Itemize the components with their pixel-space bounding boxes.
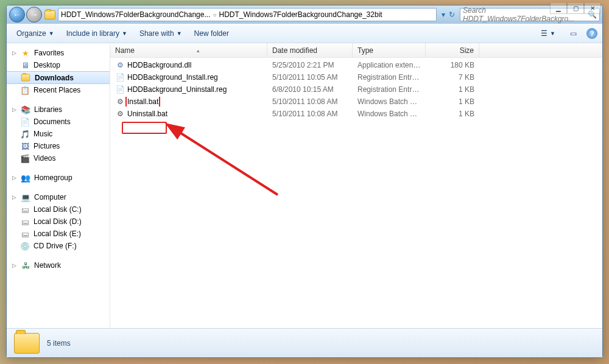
network-header[interactable]: ▷🖧Network xyxy=(7,259,110,271)
forward-button[interactable]: → xyxy=(26,7,42,23)
file-list-pane: Name▴ Date modified Type Size ⚙HDDBackgr… xyxy=(110,43,602,328)
column-headers: Name▴ Date modified Type Size xyxy=(110,43,602,58)
file-row[interactable]: 📄HDDBackground_Install.reg5/10/2011 10:0… xyxy=(110,71,602,83)
col-type[interactable]: Type xyxy=(353,43,426,57)
file-date: 5/10/2011 10:05 AM xyxy=(267,73,353,82)
file-size: 180 KB xyxy=(426,61,479,69)
dropdown-icon[interactable]: ▾ xyxy=(442,10,445,19)
file-size: 7 KB xyxy=(426,73,479,82)
sidebar-drive-d[interactable]: 🖴Local Disk (D:) xyxy=(7,215,110,228)
sidebar-drive-c[interactable]: 🖴Local Disk (C:) xyxy=(7,203,110,215)
item-count: 5 items xyxy=(47,339,71,348)
minimize-button[interactable]: ▁ xyxy=(550,3,567,14)
status-bar: 5 items xyxy=(7,328,602,357)
breadcrumb-seg1[interactable]: HDDT_Windows7FolderBackgroundChange... xyxy=(61,10,210,19)
file-type: Registration Entries xyxy=(353,73,426,82)
file-date: 5/10/2011 10:08 AM xyxy=(267,110,353,118)
col-date[interactable]: Date modified xyxy=(267,43,353,57)
close-button[interactable]: ✕ xyxy=(584,3,601,14)
sidebar-desktop[interactable]: 🖥Desktop xyxy=(7,59,110,71)
sidebar-music[interactable]: 🎵Music xyxy=(7,128,110,140)
homegroup-header[interactable]: ▷👥Homegroup xyxy=(7,172,110,184)
organize-button[interactable]: Organize▼ xyxy=(12,27,59,40)
file-bat-icon: ⚙ xyxy=(115,109,125,119)
col-name[interactable]: Name▴ xyxy=(110,43,267,57)
file-date: 6/8/2010 10:15 AM xyxy=(267,85,353,94)
file-bat-icon: ⚙ xyxy=(115,97,125,107)
folder-large-icon xyxy=(14,333,40,354)
sidebar-downloads[interactable]: Downloads xyxy=(7,71,110,84)
file-date: 5/10/2011 10:08 AM xyxy=(267,97,353,106)
toolbar: Organize▼ Include in library▼ Share with… xyxy=(7,24,602,43)
sidebar-pictures[interactable]: 🖼Pictures xyxy=(7,140,110,152)
file-name: Install.bat xyxy=(127,97,158,106)
address-controls: ▾ ↻ xyxy=(439,10,457,19)
include-library-button[interactable]: Include in library▼ xyxy=(62,27,132,40)
libraries-header[interactable]: ▷📚Libraries xyxy=(7,103,110,116)
back-button[interactable]: ← xyxy=(9,7,25,23)
file-name: HDDBackground_Install.reg xyxy=(127,73,218,82)
explorer-window: ▁ ▢ ✕ ← → HDDT_Windows7FolderBackgroundC… xyxy=(6,5,603,358)
titlebar: ← → HDDT_Windows7FolderBackgroundChange.… xyxy=(7,5,602,24)
sidebar-recent-places[interactable]: 📋Recent Places xyxy=(7,84,110,96)
file-type: Application extensi... xyxy=(353,61,426,69)
file-size: 1 KB xyxy=(426,85,479,94)
file-type: Windows Batch File xyxy=(353,110,426,118)
file-name: HDDBackground.dll xyxy=(127,61,191,69)
file-row[interactable]: ⚙HDDBackground.dll5/25/2010 2:21 PMAppli… xyxy=(110,59,602,71)
breadcrumb-sep: ○ xyxy=(213,12,216,18)
nav-buttons: ← → xyxy=(9,7,42,23)
sidebar-videos[interactable]: 🎬Videos xyxy=(7,152,110,164)
breadcrumb-seg2[interactable]: HDDT_Windows7FolderBackgroundChange_32bi… xyxy=(219,10,382,19)
folder-icon xyxy=(44,10,55,19)
file-rows: ⚙HDDBackground.dll5/25/2010 2:21 PMAppli… xyxy=(110,58,602,328)
file-row[interactable]: ⚙Install.bat5/10/2011 10:08 AMWindows Ba… xyxy=(110,96,602,108)
preview-pane-button[interactable]: ▭ xyxy=(565,27,582,40)
file-row[interactable]: 📄HDDBackground_Uninstall.reg6/8/2010 10:… xyxy=(110,83,602,96)
address-bar[interactable]: HDDT_Windows7FolderBackgroundChange... ○… xyxy=(58,8,437,21)
sidebar-cd-f[interactable]: 💿CD Drive (F:) xyxy=(7,240,110,252)
maximize-button[interactable]: ▢ xyxy=(567,3,584,14)
view-button[interactable]: ☰▼ xyxy=(536,27,560,40)
refresh-icon[interactable]: ↻ xyxy=(449,10,455,19)
col-size[interactable]: Size xyxy=(426,43,479,57)
new-folder-button[interactable]: New folder xyxy=(189,27,234,40)
favorites-header[interactable]: ▷★Favorites xyxy=(7,47,110,59)
sidebar-documents[interactable]: 📄Documents xyxy=(7,116,110,128)
help-button[interactable]: ? xyxy=(586,28,597,39)
computer-header[interactable]: ▷💻Computer xyxy=(7,191,110,203)
file-reg-icon: 📄 xyxy=(115,72,125,82)
content-area: ▷★Favorites 🖥Desktop Downloads 📋Recent P… xyxy=(7,43,602,328)
file-date: 5/25/2010 2:21 PM xyxy=(267,61,353,69)
file-size: 1 KB xyxy=(426,110,479,118)
file-row[interactable]: ⚙Uninstall.bat5/10/2011 10:08 AMWindows … xyxy=(110,108,602,120)
file-type: Registration Entries xyxy=(353,85,426,94)
file-dll-icon: ⚙ xyxy=(115,60,125,70)
file-reg-icon: 📄 xyxy=(115,85,125,94)
file-type: Windows Batch File xyxy=(353,97,426,106)
navigation-pane: ▷★Favorites 🖥Desktop Downloads 📋Recent P… xyxy=(7,43,110,328)
file-size: 1 KB xyxy=(426,97,479,106)
share-with-button[interactable]: Share with▼ xyxy=(135,27,187,40)
window-controls: ▁ ▢ ✕ xyxy=(550,3,601,14)
sidebar-drive-e[interactable]: 🖴Local Disk (E:) xyxy=(7,228,110,240)
file-name: HDDBackground_Uninstall.reg xyxy=(127,85,227,94)
file-name: Uninstall.bat xyxy=(127,110,167,118)
